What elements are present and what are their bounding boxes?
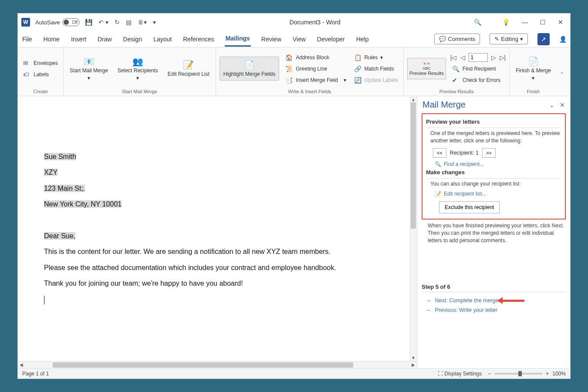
scroll-thumb[interactable] (411, 102, 416, 229)
qat-btn1-icon[interactable]: ▤ (126, 19, 132, 26)
tab-home[interactable]: Home (43, 32, 61, 46)
check-icon: ✔ (452, 77, 460, 84)
pane-close-icon[interactable]: ✕ (560, 101, 565, 108)
tab-mailings[interactable]: Mailings (225, 31, 251, 47)
first-record-icon[interactable]: |◁ (450, 54, 457, 61)
prev-record-icon[interactable]: ◁ (460, 54, 465, 61)
make-changes-heading: Make changes (426, 169, 561, 176)
document-area[interactable]: Sue Smith XZY 123 Main St;. New York Cit… (18, 96, 417, 361)
exclude-recipient-button[interactable]: Exclude this recipient (439, 201, 500, 213)
scroll-right-icon[interactable]: ▶ (412, 362, 415, 367)
tab-insert[interactable]: Insert (70, 32, 87, 46)
tab-layout[interactable]: Layout (152, 32, 172, 46)
tab-developer[interactable]: Developer (316, 32, 346, 46)
edit-recipient-list-button[interactable]: 📝Edit Recipient List (165, 58, 212, 79)
record-number-input[interactable] (469, 53, 488, 62)
status-bar: Page 1 of 1 ⛶ Display Settings − + 100% (18, 368, 570, 378)
last-record-icon[interactable]: ▷| (500, 54, 506, 61)
finish-merge-button[interactable]: 📄Finish & Merge▾ (513, 54, 554, 83)
ribbon: ✉Envelopes 🏷Labels Create 📧Start Mail Me… (18, 47, 570, 96)
check-errors-button[interactable]: ✔Check for Errors (450, 76, 506, 84)
maximize-icon[interactable]: ☐ (540, 19, 546, 26)
greeting-line-button[interactable]: 📜Greeting Line (284, 64, 348, 73)
tab-help[interactable]: Help (355, 32, 370, 46)
word-icon: W (21, 18, 30, 27)
finish-instructions: When you have finished previewing your l… (422, 222, 566, 244)
envelopes-button[interactable]: ✉Envelopes (21, 59, 60, 68)
document-title: Document3 - Word (156, 19, 474, 26)
autosave-label: AutoSave (35, 19, 60, 26)
highlight-merge-fields-button[interactable]: 📄Highlight Merge Fields (220, 57, 279, 80)
undo-icon[interactable]: ↶ ▾ (98, 19, 108, 26)
comments-button[interactable]: 💬 Comments (434, 34, 480, 44)
zoom-out-icon[interactable]: − (488, 371, 491, 377)
lightbulb-icon[interactable]: 💡 (502, 19, 510, 26)
ribbon-collapse-icon[interactable]: ⌄ (557, 69, 567, 75)
scroll-down-icon[interactable]: ▼ (411, 355, 416, 360)
step-indicator: Step 5 of 6 (422, 284, 566, 292)
minimize-icon[interactable]: ― (522, 19, 528, 26)
mail-merge-pane: Mail Merge ⌄ ✕ Preview your letters One … (417, 96, 570, 368)
editing-button[interactable]: ✎ Editing ▾ (490, 34, 528, 44)
rules-button[interactable]: 📋Rules ▾ (352, 53, 400, 62)
app-window: W AutoSave Off 💾 ↶ ▾ ↻ ▤ 🗎▾ ▾ Document3 … (17, 13, 571, 379)
arrow-right-icon: → (426, 297, 432, 304)
address-block-button[interactable]: 🏠Address Block (284, 53, 348, 62)
prev-step-link[interactable]: ←Previous: Write your letter (426, 307, 566, 313)
display-settings-button[interactable]: ⛶ Display Settings (438, 371, 482, 377)
tab-draw[interactable]: Draw (97, 32, 113, 46)
group-write-insert-fields: 📄Highlight Merge Fields 🏠Address Block 📜… (216, 47, 404, 96)
match-fields-button[interactable]: 🔗Match Fields (352, 64, 400, 73)
tab-design[interactable]: Design (122, 32, 143, 46)
redo-icon[interactable]: ↻ (115, 19, 120, 26)
labels-button[interactable]: 🏷Labels (21, 70, 60, 79)
mail-icon: 📧 (84, 56, 95, 67)
tab-file[interactable]: File (21, 32, 33, 46)
merge-field-company: XZY (44, 169, 57, 176)
horizontal-scrollbar[interactable]: ◀ ▶ (18, 361, 417, 368)
preview-results-button[interactable]: « »ABCPreview Results (407, 58, 446, 80)
start-mail-merge-button[interactable]: 📧Start Mail Merge▾ (67, 54, 111, 83)
zoom-in-icon[interactable]: + (546, 371, 549, 377)
account-icon[interactable]: 👤 (559, 36, 567, 43)
next-step-link[interactable]: →Next: Complete the merge (426, 297, 498, 304)
hscroll-thumb[interactable] (53, 362, 353, 368)
qat-more-icon[interactable]: ▾ (153, 19, 156, 26)
tab-review[interactable]: Review (260, 32, 282, 46)
address-icon: 🏠 (285, 54, 293, 61)
zoom-slider[interactable] (494, 373, 542, 375)
pane-collapse-icon[interactable]: ⌄ (549, 101, 554, 108)
next-recipient-button[interactable]: >> (482, 148, 496, 158)
close-icon[interactable]: ✕ (558, 19, 563, 26)
ribbon-tabs: File Home Insert Draw Design Layout Refe… (18, 31, 570, 47)
edit-recipient-list-link[interactable]: 📝Edit recipient list... (435, 191, 561, 197)
prev-recipient-button[interactable]: << (433, 148, 446, 158)
scroll-left-icon[interactable]: ◀ (20, 362, 23, 367)
find-recipient-button[interactable]: 🔍Find Recipient (450, 64, 506, 73)
search-icon[interactable]: 🔍 (474, 19, 481, 26)
find-recipient-link[interactable]: 🔍Find a recipient... (435, 161, 561, 167)
scroll-up-icon[interactable]: ▲ (411, 97, 416, 102)
finish-icon: 📄 (528, 56, 539, 67)
tab-references[interactable]: References (182, 32, 215, 46)
save-icon[interactable]: 💾 (85, 19, 92, 26)
preview-arrows-icon: « » (423, 61, 429, 66)
tab-view[interactable]: View (292, 32, 307, 46)
page[interactable]: Sue Smith XZY 123 Main St;. New York Cit… (18, 96, 417, 361)
vertical-scrollbar[interactable]: ▲ ▼ (410, 96, 417, 361)
insert-merge-field-button[interactable]: 📑Insert Merge Field ▾ (284, 76, 348, 84)
select-recipients-button[interactable]: 👥Select Recipients▾ (115, 54, 161, 83)
page-indicator[interactable]: Page 1 of 1 (22, 371, 49, 377)
toggle-off-icon[interactable]: Off (62, 18, 80, 26)
share-button[interactable]: ↗ (537, 33, 550, 45)
quick-access-toolbar: 💾 ↶ ▾ ↻ ▤ 🗎▾ ▾ (85, 19, 156, 26)
update-labels-button: 🔄Update Labels (352, 76, 400, 84)
body-paragraph: Please see the attached documentation wh… (44, 261, 391, 274)
rules-icon: 📋 (354, 54, 362, 61)
greeting-icon: 📜 (285, 65, 293, 72)
qat-btn2-icon[interactable]: 🗎▾ (138, 19, 147, 26)
autosave-toggle[interactable]: AutoSave Off (35, 18, 80, 26)
edit-icon: 📝 (435, 191, 441, 197)
next-record-icon[interactable]: ▷ (491, 54, 496, 61)
zoom-level[interactable]: 100% (552, 371, 566, 377)
